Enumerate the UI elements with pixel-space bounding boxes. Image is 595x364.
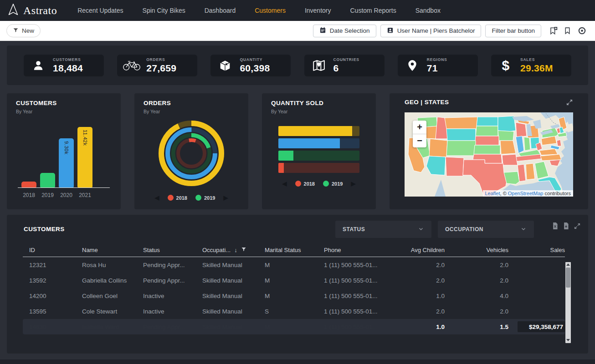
hbar-2021[interactable] <box>278 126 359 136</box>
bar-2019[interactable] <box>40 173 55 187</box>
legend-prev-icon[interactable]: ◀ <box>282 180 287 187</box>
legend-dot <box>295 181 301 187</box>
legend-prev-icon[interactable]: ◀ <box>155 194 159 201</box>
expand-icon[interactable] <box>574 222 581 232</box>
date-selection-button[interactable]: Date Selection <box>313 25 376 37</box>
kpi-label: REGIONS <box>427 57 447 62</box>
nav-item-custom-reports[interactable]: Custom Reports <box>341 7 406 14</box>
kpi-label: ORDERS <box>146 57 176 62</box>
legend-entry-2018[interactable]: 2018 <box>168 195 187 201</box>
nav-item-inventory[interactable]: Inventory <box>295 7 341 14</box>
chart-subtitle: By Year <box>16 109 112 114</box>
legend-entry-2018[interactable]: 2018 <box>295 181 315 187</box>
scroll-up-icon[interactable] <box>565 263 571 267</box>
zoom-out-button[interactable]: − <box>413 134 426 147</box>
nav-item-dashboard[interactable]: Dashboard <box>195 7 246 14</box>
table-row[interactable]: 14200 Colleen Goel Inactive Skilled Manu… <box>23 288 565 303</box>
kpi-card-quantity: QUANTITY 60,398 <box>210 55 291 76</box>
user-name-button[interactable]: User Name | Piers Batchelor <box>380 25 482 37</box>
nav-item-spin-city-bikes[interactable]: Spin City Bikes <box>133 7 195 14</box>
table-row[interactable]: 13592 Gabriella Collins Pending Appr... … <box>23 273 565 288</box>
bookmark-icon[interactable] <box>564 26 571 35</box>
sort-desc-icon[interactable]: ↓ <box>234 247 237 253</box>
column-header-sales[interactable]: Sales <box>508 247 565 253</box>
cell-status: Pending Appr... <box>143 262 202 268</box>
nav-item-sandbox[interactable]: Sandbox <box>406 7 450 14</box>
new-filter-button[interactable]: New <box>6 24 41 37</box>
bar-2018[interactable] <box>21 182 36 187</box>
cell-phone: 1 (11) 500 555-01... <box>324 277 397 284</box>
cell-status: Inactive <box>143 293 202 299</box>
brand[interactable]: Astrato <box>7 3 57 18</box>
hbar-fill <box>278 138 340 148</box>
geo-states-card: GEO | STATES + − Leaflet, © OpenStreetMa… <box>390 93 588 209</box>
legend-label: 2019 <box>204 195 215 201</box>
scroll-down-icon[interactable] <box>565 338 571 343</box>
column-header-name[interactable]: Name <box>82 247 143 253</box>
cell-phone: 1 (11) 500 555-01... <box>324 293 397 299</box>
map-zoom-control: + − <box>413 121 426 147</box>
filter-icon[interactable] <box>241 247 246 253</box>
nav-item-recent-updates[interactable]: Recent Updates <box>68 7 133 14</box>
kpi-value: 60,398 <box>240 63 270 74</box>
legend-entry-2019[interactable]: 2019 <box>323 181 343 187</box>
astrato-logo-icon <box>7 3 19 18</box>
kpi-card-regions: REGIONS 71 <box>398 55 478 76</box>
cell-occupation: Skilled Manual <box>202 262 265 268</box>
hbar-2020[interactable] <box>278 138 359 148</box>
quantity-hbar-chart <box>278 126 359 173</box>
pin-icon <box>403 59 421 72</box>
usa-states-map <box>405 112 573 197</box>
column-header-status[interactable]: Status <box>143 247 202 253</box>
bookmark-add-icon[interactable] <box>549 26 558 35</box>
leaflet-link[interactable]: Leaflet <box>485 191 500 196</box>
document-export-icon[interactable] <box>563 222 569 232</box>
column-header-avg-children[interactable]: Avg Children <box>397 247 445 253</box>
hbar-2019[interactable] <box>278 151 359 161</box>
map-attribution: Leaflet, © OpenStreetMap contributors <box>483 190 574 197</box>
excel-export-icon[interactable] <box>552 222 559 232</box>
cell-avg-children: 2.0 <box>397 262 445 268</box>
filter-dropdown-status[interactable]: STATUS <box>335 221 431 238</box>
hbar-2018[interactable] <box>278 163 359 173</box>
legend-dot <box>195 195 201 201</box>
table-row[interactable]: 13595 Cole Stewart Inactive Skilled Manu… <box>23 303 565 319</box>
legend-next-icon[interactable]: ▶ <box>223 194 228 201</box>
eye-icon[interactable] <box>577 26 587 35</box>
scrollbar-thumb[interactable] <box>566 268 570 288</box>
column-header-vehicles[interactable]: Vehicles <box>445 247 508 253</box>
zoom-in-button[interactable]: + <box>413 121 426 134</box>
bar-2020[interactable]: 9.30k <box>59 138 74 187</box>
kpi-value: 71 <box>427 63 447 74</box>
leaflet-map[interactable]: + − Leaflet, © OpenStreetMap contributor… <box>405 112 573 197</box>
nav-item-customers[interactable]: Customers <box>245 7 295 14</box>
column-header-id[interactable]: ID <box>23 247 82 253</box>
bicycle-icon <box>123 60 141 71</box>
filter-dropdown-occupation[interactable]: OCCUPATION <box>438 221 534 238</box>
customers-table-card: CUSTOMERS STATUS OCCUPATION IDNameStatus… <box>7 215 588 354</box>
legend-next-icon[interactable]: ▶ <box>351 180 355 187</box>
cell-name: Colleen Goel <box>82 293 143 299</box>
cell-id: 13595 <box>23 308 82 315</box>
x-tick-label: 2021 <box>77 192 92 198</box>
cell-id: 14200 <box>23 293 82 299</box>
column-header-marital-status[interactable]: Marital Status <box>265 247 324 253</box>
kpi-label: CUSTOMERS <box>53 57 83 62</box>
filter-toolbar: New Date Selection User Name | Piers Bat… <box>0 21 595 41</box>
bar-chart: 9.30k11.42k <box>21 126 110 187</box>
column-header-phone[interactable]: Phone <box>324 247 397 253</box>
filter-label: OCCUPATION <box>445 226 483 233</box>
top-nav: Astrato Recent UpdatesSpin City BikesDas… <box>0 0 595 21</box>
osm-link[interactable]: OpenStreetMap <box>508 191 544 196</box>
expand-icon[interactable] <box>566 99 573 108</box>
table-scrollbar[interactable] <box>565 262 571 343</box>
table-row[interactable]: 12321 Rosa Hu Pending Appr... Skilled Ma… <box>23 257 565 273</box>
filter-bar-button[interactable]: Filter bar button <box>485 25 541 37</box>
dollar-icon: $ <box>497 59 515 72</box>
chart-title: QUANTITY SOLD <box>271 100 367 106</box>
legend-entry-2019[interactable]: 2019 <box>195 195 215 201</box>
column-header-occupati[interactable]: Occupati... ↓ <box>202 247 265 253</box>
cell-status: Inactive <box>143 308 202 315</box>
bar-2021[interactable]: 11.42k <box>77 127 92 187</box>
brand-name: Astrato <box>23 5 57 17</box>
